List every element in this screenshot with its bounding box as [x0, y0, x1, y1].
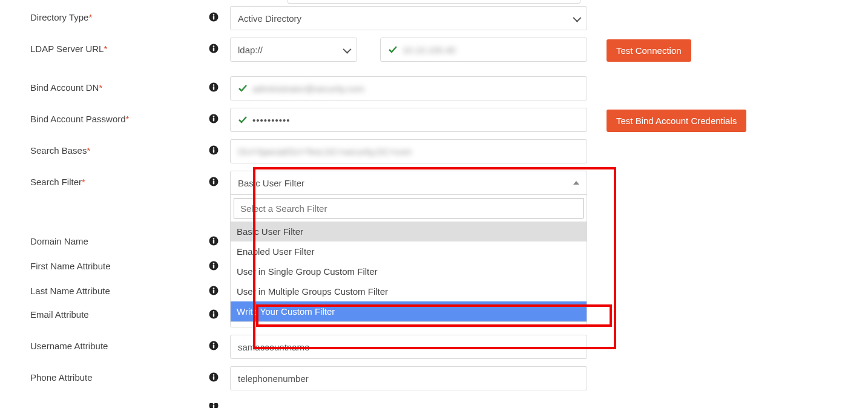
- info-icon[interactable]: [208, 285, 219, 296]
- info-icon[interactable]: [208, 82, 219, 93]
- check-icon: [238, 84, 248, 93]
- svg-rect-32: [213, 345, 214, 349]
- search-filter-dropdown[interactable]: Basic User Filter Basic User Filter Enab…: [230, 171, 587, 322]
- ldap-scheme-select[interactable]: ldap://: [230, 38, 357, 62]
- test-connection-button[interactable]: Test Connection: [607, 39, 691, 62]
- svg-rect-38: [213, 405, 214, 409]
- svg-rect-17: [213, 181, 214, 185]
- test-bind-button[interactable]: Test Bind Account Credentials: [607, 110, 746, 132]
- bind-dn-input[interactable]: administrator@security.com: [230, 76, 587, 100]
- label-username-attr: Username Attribute: [30, 341, 108, 351]
- dropdown-option[interactable]: Enabled User Filter: [231, 242, 587, 261]
- svg-point-4: [213, 45, 215, 47]
- label-ldap-url: LDAP Server URL*: [30, 44, 107, 54]
- chevron-down-icon: [573, 13, 579, 24]
- svg-point-10: [213, 116, 215, 117]
- row-bind-dn: Bind Account DN* administrator@security.…: [30, 76, 838, 100]
- row-username-attr: Username Attribute samaccountname: [30, 335, 838, 359]
- info-icon[interactable]: [208, 403, 219, 408]
- ldap-server-input[interactable]: 10.10.100.40: [380, 38, 587, 62]
- svg-rect-23: [213, 265, 214, 269]
- info-icon[interactable]: [208, 113, 219, 124]
- dropdown-selected[interactable]: Basic User Filter: [230, 171, 587, 195]
- dropdown-option[interactable]: Write Your Custom Filter: [231, 301, 587, 321]
- svg-rect-35: [213, 376, 214, 380]
- svg-rect-20: [213, 240, 214, 244]
- info-icon[interactable]: [208, 309, 219, 320]
- svg-point-7: [213, 84, 215, 86]
- label-search-filter: Search Filter*: [30, 177, 85, 187]
- triangle-up-icon: [573, 181, 579, 185]
- dropdown-option[interactable]: Basic User Filter: [231, 222, 587, 242]
- svg-point-16: [213, 179, 215, 180]
- svg-point-25: [213, 288, 215, 289]
- label-search-bases: Search Bases*: [30, 145, 90, 156]
- svg-rect-26: [213, 290, 214, 294]
- label-directory-type: Directory Type*: [30, 12, 92, 22]
- label-firstname-attr: First Name Attribute: [30, 261, 111, 271]
- svg-point-22: [213, 263, 215, 264]
- info-icon[interactable]: [208, 43, 219, 54]
- label-bind-dn: Bind Account DN*: [30, 82, 102, 93]
- svg-rect-5: [213, 48, 214, 51]
- search-bases-input[interactable]: OU=SpecialOU=Test,DC=security,DC=com: [230, 139, 587, 163]
- svg-point-19: [213, 238, 215, 240]
- phone-attr-input[interactable]: telephonenumber: [230, 366, 587, 390]
- info-icon[interactable]: [208, 176, 219, 187]
- row-partial-bottom: [30, 398, 838, 408]
- label-domain-name: Domain Name: [30, 236, 88, 246]
- dropdown-option[interactable]: User in Multiple Groups Custom Filter: [231, 281, 587, 301]
- row-directory-type: Directory Type* Active Directory: [30, 6, 838, 30]
- svg-rect-11: [213, 118, 214, 122]
- info-icon[interactable]: [208, 340, 219, 351]
- svg-point-1: [213, 14, 215, 16]
- row-phone-attr: Phone Attribute telephonenumber: [30, 366, 838, 390]
- dropdown-panel: Basic User Filter Enabled User Filter Us…: [230, 195, 587, 322]
- svg-rect-14: [213, 150, 214, 153]
- row-search-bases: Search Bases* OU=SpecialOU=Test,DC=secur…: [30, 139, 838, 163]
- row-search-filter: Search Filter* Basic User Filter Basic U…: [30, 171, 838, 322]
- chevron-down-icon: [343, 45, 349, 55]
- svg-point-28: [213, 311, 215, 313]
- check-icon: [388, 45, 398, 54]
- svg-point-13: [213, 147, 215, 149]
- partial-input-top: [288, 0, 580, 4]
- row-bind-password: Bind Account Password* •••••••••• Test B…: [30, 108, 838, 132]
- info-icon[interactable]: [208, 372, 219, 383]
- label-phone-attr: Phone Attribute: [30, 372, 93, 383]
- label-lastname-attr: Last Name Attribute: [30, 286, 110, 296]
- check-icon: [238, 115, 248, 125]
- bind-password-input[interactable]: ••••••••••: [230, 108, 587, 132]
- directory-type-select[interactable]: Active Directory: [230, 6, 587, 30]
- info-icon[interactable]: [208, 12, 219, 22]
- svg-point-31: [213, 343, 215, 344]
- dropdown-option[interactable]: User in Single Group Custom Filter: [231, 261, 587, 281]
- row-ldap-url: LDAP Server URL* ldap:// 10.10.100.40 Te…: [30, 38, 838, 62]
- username-attr-input[interactable]: samaccountname: [230, 335, 587, 359]
- info-icon[interactable]: [208, 235, 219, 246]
- svg-point-34: [213, 374, 215, 376]
- info-icon[interactable]: [208, 145, 219, 156]
- label-email-attr: Email Attribute: [30, 309, 89, 320]
- svg-rect-8: [213, 87, 214, 90]
- info-icon[interactable]: [208, 260, 219, 271]
- svg-rect-2: [213, 16, 214, 20]
- svg-rect-29: [213, 314, 214, 317]
- label-bind-password: Bind Account Password*: [30, 114, 129, 124]
- dropdown-search-input[interactable]: [234, 198, 584, 218]
